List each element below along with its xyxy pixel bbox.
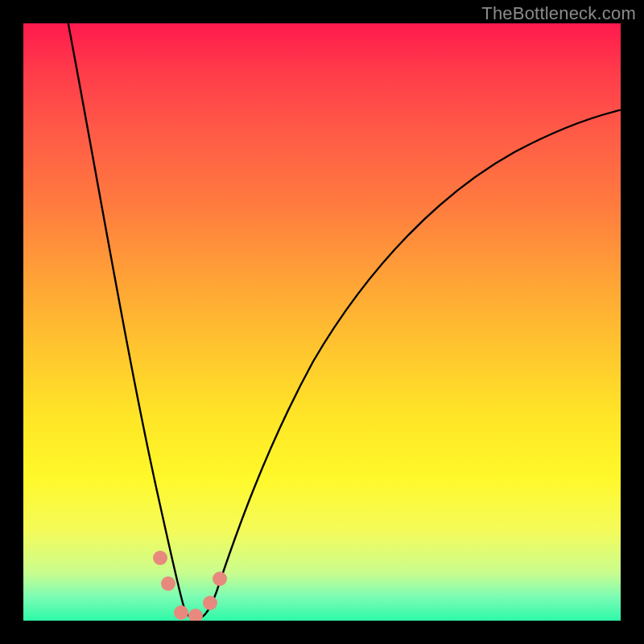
marker-left-upper xyxy=(153,551,167,565)
marker-bottom-left xyxy=(174,605,188,620)
marker-right-upper xyxy=(213,572,227,586)
curve-right-branch xyxy=(196,105,621,619)
marker-right-lower xyxy=(203,596,217,610)
marker-left-lower xyxy=(161,576,175,591)
curve-left-branch xyxy=(65,23,196,619)
marker-group xyxy=(153,551,227,621)
marker-bottom-mid xyxy=(188,609,203,621)
watermark-label: TheBottleneck.com xyxy=(481,3,636,24)
curve-overlay xyxy=(23,23,621,621)
